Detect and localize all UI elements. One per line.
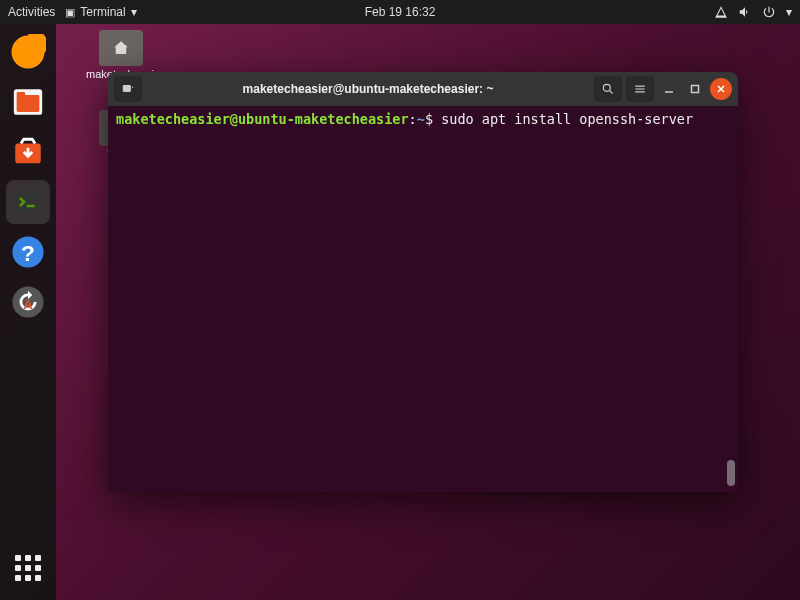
terminal-titlebar[interactable]: maketecheasier@ubuntu-maketecheasier: ~ — [108, 72, 738, 106]
dock: ? A — [0, 24, 56, 600]
terminal-small-icon: ▣ — [65, 6, 75, 19]
terminal-window: maketecheasier@ubuntu-maketecheasier: ~ … — [108, 72, 738, 492]
svg-rect-10 — [123, 85, 131, 92]
dock-item-updater[interactable]: A — [6, 280, 50, 324]
dock-item-help[interactable]: ? — [6, 230, 50, 274]
svg-rect-5 — [15, 191, 42, 212]
menu-button[interactable] — [626, 76, 654, 102]
top-bar: Activities ▣ Terminal ▾ Feb 19 16:32 ▾ — [0, 0, 800, 24]
system-menu-chevron-icon[interactable]: ▾ — [786, 5, 792, 19]
dock-item-firefox[interactable] — [6, 30, 50, 74]
software-center-icon — [11, 135, 45, 169]
svg-rect-12 — [692, 86, 699, 93]
dock-item-software[interactable] — [6, 130, 50, 174]
home-folder-icon — [99, 30, 143, 66]
help-icon: ? — [11, 235, 45, 269]
dock-item-terminal[interactable] — [6, 180, 50, 224]
svg-text:A: A — [23, 297, 32, 312]
maximize-icon — [690, 84, 700, 94]
close-button[interactable] — [710, 78, 732, 100]
new-tab-button[interactable] — [114, 76, 142, 102]
terminal-scrollbar[interactable] — [727, 460, 735, 486]
terminal-icon — [12, 186, 44, 218]
active-app-label: Terminal — [80, 5, 125, 19]
close-icon — [716, 84, 726, 94]
chevron-down-icon: ▾ — [131, 5, 137, 19]
search-button[interactable] — [594, 76, 622, 102]
firefox-icon — [10, 34, 46, 70]
minimize-icon — [664, 84, 674, 94]
terminal-command: sudo apt install openssh-server — [441, 111, 693, 127]
volume-icon[interactable] — [738, 5, 752, 19]
svg-text:?: ? — [21, 240, 35, 266]
svg-rect-3 — [17, 92, 26, 96]
maximize-button[interactable] — [684, 78, 706, 100]
prompt-symbol: $ — [425, 111, 433, 127]
prompt-user-host: maketecheasier@ubuntu-maketecheasier — [116, 111, 409, 127]
dock-item-files[interactable] — [6, 80, 50, 124]
clock[interactable]: Feb 19 16:32 — [365, 5, 436, 19]
network-icon[interactable] — [714, 5, 728, 19]
terminal-body[interactable]: maketecheasier@ubuntu-maketecheasier:~$ … — [108, 106, 738, 492]
activities-button[interactable]: Activities — [8, 5, 55, 19]
active-app-menu[interactable]: ▣ Terminal ▾ — [65, 5, 136, 19]
svg-rect-2 — [17, 95, 40, 112]
show-applications-button[interactable] — [6, 546, 50, 590]
files-icon — [11, 85, 45, 119]
terminal-prompt-line: maketecheasier@ubuntu-maketecheasier:~$ … — [116, 111, 730, 129]
svg-point-11 — [603, 84, 610, 91]
minimize-button[interactable] — [658, 78, 680, 100]
power-icon[interactable] — [762, 5, 776, 19]
hamburger-icon — [633, 82, 647, 96]
prompt-path: ~ — [417, 111, 425, 127]
terminal-title: maketecheasier@ubuntu-maketecheasier: ~ — [148, 82, 588, 96]
search-icon — [601, 82, 615, 96]
software-updater-icon: A — [11, 285, 45, 319]
new-tab-icon — [121, 82, 135, 96]
